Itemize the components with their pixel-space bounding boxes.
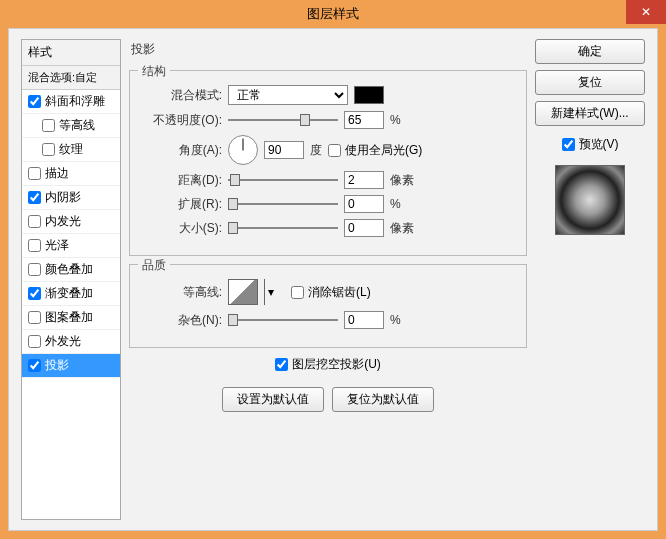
style-item-label: 外发光 bbox=[45, 333, 81, 350]
distance-slider[interactable] bbox=[228, 172, 338, 188]
opacity-label: 不透明度(O): bbox=[142, 112, 222, 129]
size-input[interactable] bbox=[344, 219, 384, 237]
noise-input[interactable] bbox=[344, 311, 384, 329]
main-panel: 投影 结构 混合模式: 正常 不透明度(O): % 角度( bbox=[129, 39, 527, 520]
close-button[interactable]: ✕ bbox=[626, 0, 666, 24]
preview-thumbnail bbox=[555, 165, 625, 235]
distance-label: 距离(D): bbox=[142, 172, 222, 189]
style-item-label: 渐变叠加 bbox=[45, 285, 93, 302]
style-item-label: 纹理 bbox=[59, 141, 83, 158]
spread-slider[interactable] bbox=[228, 196, 338, 212]
new-style-button[interactable]: 新建样式(W)... bbox=[535, 101, 645, 126]
style-item-5[interactable]: 内发光 bbox=[22, 210, 120, 234]
style-item-checkbox[interactable] bbox=[28, 95, 41, 108]
style-item-label: 斜面和浮雕 bbox=[45, 93, 105, 110]
style-item-label: 投影 bbox=[45, 357, 69, 374]
section-title: 投影 bbox=[129, 39, 527, 62]
opacity-input[interactable] bbox=[344, 111, 384, 129]
style-item-1[interactable]: 等高线 bbox=[22, 114, 120, 138]
shadow-color-swatch[interactable] bbox=[354, 86, 384, 104]
knockout-check[interactable]: 图层挖空投影(U) bbox=[129, 356, 527, 373]
style-item-6[interactable]: 光泽 bbox=[22, 234, 120, 258]
size-label: 大小(S): bbox=[142, 220, 222, 237]
titlebar: 图层样式 ✕ bbox=[0, 0, 666, 28]
style-item-checkbox[interactable] bbox=[28, 215, 41, 228]
knockout-checkbox[interactable] bbox=[275, 358, 288, 371]
style-item-label: 图案叠加 bbox=[45, 309, 93, 326]
style-item-checkbox[interactable] bbox=[28, 191, 41, 204]
distance-unit: 像素 bbox=[390, 172, 414, 189]
cancel-button[interactable]: 复位 bbox=[535, 70, 645, 95]
global-light-checkbox[interactable] bbox=[328, 144, 341, 157]
window-title: 图层样式 bbox=[307, 5, 359, 23]
opacity-slider[interactable] bbox=[228, 112, 338, 128]
right-panel: 确定 复位 新建样式(W)... 预览(V) bbox=[535, 39, 645, 520]
styles-subheader[interactable]: 混合选项:自定 bbox=[22, 66, 120, 90]
ok-button[interactable]: 确定 bbox=[535, 39, 645, 64]
antialias-label: 消除锯齿(L) bbox=[308, 284, 371, 301]
spread-input[interactable] bbox=[344, 195, 384, 213]
global-light-label: 使用全局光(G) bbox=[345, 142, 422, 159]
style-item-label: 光泽 bbox=[45, 237, 69, 254]
size-unit: 像素 bbox=[390, 220, 414, 237]
blend-mode-select[interactable]: 正常 bbox=[228, 85, 348, 105]
style-item-3[interactable]: 描边 bbox=[22, 162, 120, 186]
style-item-0[interactable]: 斜面和浮雕 bbox=[22, 90, 120, 114]
preview-checkbox[interactable] bbox=[562, 138, 575, 151]
style-item-7[interactable]: 颜色叠加 bbox=[22, 258, 120, 282]
style-item-checkbox[interactable] bbox=[28, 239, 41, 252]
noise-slider[interactable] bbox=[228, 312, 338, 328]
content-area: 样式 混合选项:自定 斜面和浮雕等高线纹理描边内阴影内发光光泽颜色叠加渐变叠加图… bbox=[8, 28, 658, 531]
structure-legend: 结构 bbox=[138, 63, 170, 80]
distance-input[interactable] bbox=[344, 171, 384, 189]
style-item-checkbox[interactable] bbox=[28, 263, 41, 276]
style-item-checkbox[interactable] bbox=[28, 287, 41, 300]
set-default-button[interactable]: 设置为默认值 bbox=[222, 387, 324, 412]
contour-picker[interactable] bbox=[228, 279, 258, 305]
style-item-checkbox[interactable] bbox=[28, 167, 41, 180]
style-item-checkbox[interactable] bbox=[42, 119, 55, 132]
quality-legend: 品质 bbox=[138, 257, 170, 274]
opacity-unit: % bbox=[390, 113, 401, 127]
style-item-checkbox[interactable] bbox=[28, 335, 41, 348]
angle-input[interactable] bbox=[264, 141, 304, 159]
angle-unit: 度 bbox=[310, 142, 322, 159]
styles-list: 样式 混合选项:自定 斜面和浮雕等高线纹理描边内阴影内发光光泽颜色叠加渐变叠加图… bbox=[21, 39, 121, 520]
styles-header[interactable]: 样式 bbox=[22, 40, 120, 66]
global-light-check[interactable]: 使用全局光(G) bbox=[328, 142, 422, 159]
style-item-checkbox[interactable] bbox=[28, 311, 41, 324]
style-item-checkbox[interactable] bbox=[28, 359, 41, 372]
contour-label: 等高线: bbox=[142, 284, 222, 301]
noise-unit: % bbox=[390, 313, 401, 327]
spread-unit: % bbox=[390, 197, 401, 211]
chevron-down-icon[interactable]: ▾ bbox=[264, 279, 277, 305]
style-item-10[interactable]: 外发光 bbox=[22, 330, 120, 354]
style-item-label: 内发光 bbox=[45, 213, 81, 230]
style-item-label: 内阴影 bbox=[45, 189, 81, 206]
angle-label: 角度(A): bbox=[142, 142, 222, 159]
style-item-label: 等高线 bbox=[59, 117, 95, 134]
antialias-check[interactable]: 消除锯齿(L) bbox=[291, 284, 371, 301]
style-item-11[interactable]: 投影 bbox=[22, 354, 120, 378]
style-item-2[interactable]: 纹理 bbox=[22, 138, 120, 162]
blend-mode-label: 混合模式: bbox=[142, 87, 222, 104]
style-item-checkbox[interactable] bbox=[42, 143, 55, 156]
spread-label: 扩展(R): bbox=[142, 196, 222, 213]
knockout-label: 图层挖空投影(U) bbox=[292, 356, 381, 373]
quality-group: 品质 等高线: ▾ 消除锯齿(L) 杂色(N): % bbox=[129, 264, 527, 348]
style-item-label: 描边 bbox=[45, 165, 69, 182]
style-item-label: 颜色叠加 bbox=[45, 261, 93, 278]
preview-check[interactable]: 预览(V) bbox=[535, 136, 645, 153]
structure-group: 结构 混合模式: 正常 不透明度(O): % 角度(A): bbox=[129, 70, 527, 256]
close-icon: ✕ bbox=[641, 5, 651, 19]
style-item-4[interactable]: 内阴影 bbox=[22, 186, 120, 210]
reset-default-button[interactable]: 复位为默认值 bbox=[332, 387, 434, 412]
style-item-9[interactable]: 图案叠加 bbox=[22, 306, 120, 330]
noise-label: 杂色(N): bbox=[142, 312, 222, 329]
preview-label: 预览(V) bbox=[579, 136, 619, 153]
angle-dial[interactable] bbox=[228, 135, 258, 165]
style-item-8[interactable]: 渐变叠加 bbox=[22, 282, 120, 306]
antialias-checkbox[interactable] bbox=[291, 286, 304, 299]
size-slider[interactable] bbox=[228, 220, 338, 236]
